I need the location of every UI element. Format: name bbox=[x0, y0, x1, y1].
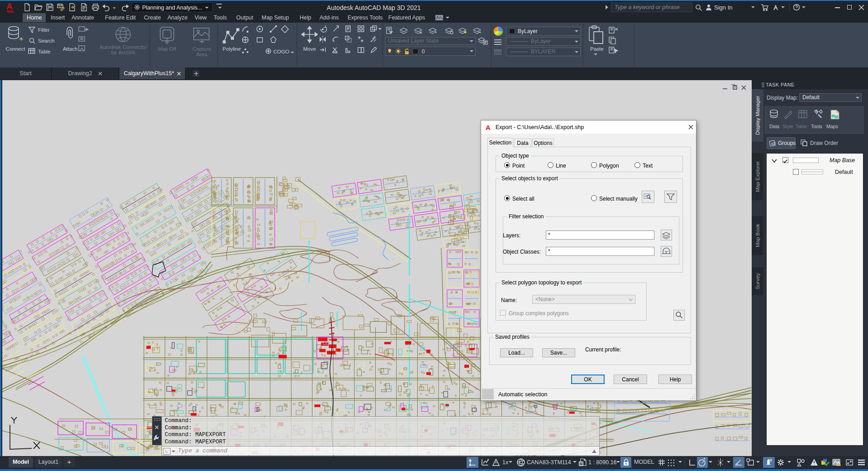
svg-text:M3D: M3D bbox=[7, 10, 14, 13]
svg-text:A: A bbox=[486, 124, 491, 131]
svg-text:A: A bbox=[6, 1, 13, 11]
